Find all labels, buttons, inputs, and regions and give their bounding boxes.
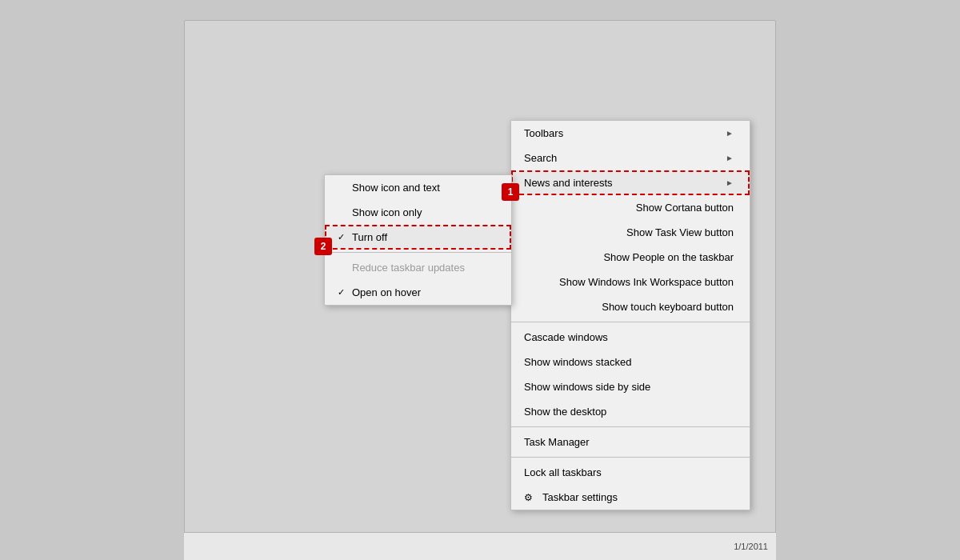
menu-label-ink: Show Windows Ink Workspace button	[559, 276, 734, 288]
menu-item-cascade[interactable]: Cascade windows	[511, 325, 750, 350]
submenu-label-reduce-updates: Reduce taskbar updates	[352, 262, 465, 274]
badge-1: 1	[502, 183, 519, 201]
menu-item-taskbar-settings[interactable]: ⚙ Taskbar settings	[511, 485, 750, 510]
menu-item-sidebyside[interactable]: Show windows side by side	[511, 374, 750, 399]
sub-context-menu: Show icon and text Show icon only ✓ Turn…	[324, 174, 512, 306]
taskbar-icons: 1/1/2011	[734, 542, 768, 551]
menu-label-cascade: Cascade windows	[524, 331, 608, 343]
menu-item-toolbars[interactable]: Toolbars ►	[511, 121, 750, 146]
taskbar-bar: 1/1/2011	[184, 532, 776, 560]
menu-item-news-interests[interactable]: News and interests ►	[511, 170, 750, 195]
menu-label-cortana: Show Cortana button	[636, 202, 734, 214]
menu-item-ink[interactable]: Show Windows Ink Workspace button	[511, 270, 750, 294]
submenu-label-show-icon-text: Show icon and text	[352, 182, 440, 194]
menu-label-sidebyside: Show windows side by side	[524, 381, 650, 393]
menu-label-lock-taskbars: Lock all taskbars	[524, 466, 602, 478]
arrow-icon-news: ►	[726, 178, 734, 187]
check-open-hover: ✓	[338, 287, 352, 298]
menu-label-people: Show People on the taskbar	[603, 251, 734, 263]
menu-label-touch: Show touch keyboard button	[602, 301, 734, 313]
submenu-item-reduce-updates: Reduce taskbar updates	[325, 255, 511, 280]
menu-label-taskview: Show Task View button	[626, 226, 734, 238]
separator-3	[511, 457, 750, 458]
menu-label-show-desktop: Show the desktop	[524, 406, 606, 418]
submenu-label-show-icon-only: Show icon only	[352, 206, 422, 218]
submenu-item-show-icon-text[interactable]: Show icon and text	[325, 175, 511, 200]
menu-item-lock-taskbars[interactable]: Lock all taskbars	[511, 460, 750, 485]
submenu-item-show-icon-only[interactable]: Show icon only	[325, 200, 511, 225]
arrow-icon-toolbars: ►	[726, 129, 734, 138]
submenu-item-turn-off[interactable]: ✓ Turn off	[325, 225, 511, 250]
menu-label-news-interests: News and interests	[524, 177, 613, 189]
menu-label-stacked: Show windows stacked	[524, 356, 631, 368]
badge-2: 2	[314, 238, 332, 255]
separator-2	[511, 426, 750, 427]
separator-1	[511, 322, 750, 322]
check-turn-off: ✓	[338, 232, 352, 242]
menu-label-task-manager: Task Manager	[524, 436, 590, 448]
menu-item-stacked[interactable]: Show windows stacked	[511, 350, 750, 374]
menu-item-show-desktop[interactable]: Show the desktop	[511, 399, 750, 424]
menu-label-search: Search	[524, 152, 557, 164]
arrow-icon-search: ►	[726, 154, 734, 162]
main-context-menu: Toolbars ► Search ► News and interests ►…	[510, 120, 750, 510]
submenu-item-open-hover[interactable]: ✓ Open on hover	[325, 280, 511, 305]
menu-item-people[interactable]: Show People on the taskbar	[511, 245, 750, 270]
gear-icon: ⚙	[524, 492, 533, 503]
menu-label-taskbar-settings: Taskbar settings	[542, 491, 618, 503]
sub-separator-1	[325, 252, 511, 253]
menu-item-touch[interactable]: Show touch keyboard button	[511, 294, 750, 319]
menu-item-task-manager[interactable]: Task Manager	[511, 430, 750, 454]
menu-item-cortana[interactable]: Show Cortana button	[511, 195, 750, 220]
submenu-label-turn-off: Turn off	[352, 231, 387, 243]
menu-label-toolbars: Toolbars	[524, 127, 563, 139]
taskbar-time: 1/1/2011	[734, 542, 768, 551]
menu-item-taskview[interactable]: Show Task View button	[511, 220, 750, 245]
menu-item-search[interactable]: Search ►	[511, 146, 750, 170]
submenu-label-open-hover: Open on hover	[352, 286, 421, 298]
